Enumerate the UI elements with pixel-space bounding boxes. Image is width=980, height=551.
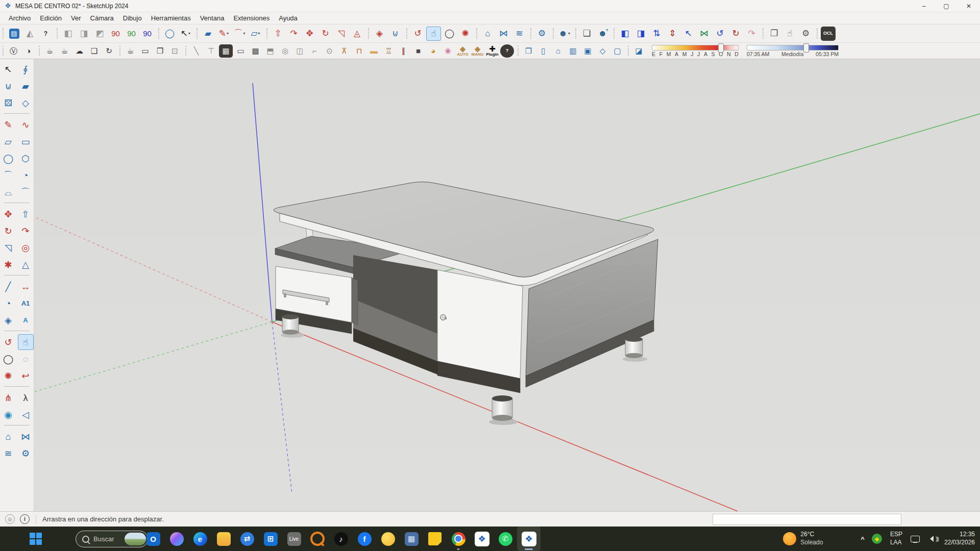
vray-render-icon[interactable]: ☕ [43,44,57,58]
sticky-notes-taskbar-button[interactable] [423,527,447,551]
move-tool-icon[interactable]: ✥ [1,206,16,222]
pan-hand-icon[interactable]: ☝ [782,27,797,41]
paint-bucket-icon[interactable]: ⊍ [1,78,16,94]
rectangle-tool-icon[interactable]: ▱ [1,134,16,149]
slider-thumb[interactable] [718,43,724,53]
circle-tool-icon[interactable]: ◯ [1,151,16,166]
flip-settings-icon[interactable]: ⚙ [534,27,549,41]
dropdown-caret-icon[interactable]: ▾ [227,31,229,36]
manual-mode-icon[interactable]: ◆MANU [471,44,484,58]
shadows-toggle-icon[interactable]: ◪ [632,44,646,58]
angle-blue-indicator[interactable]: 90 [140,27,155,41]
lasso-select-icon[interactable]: ∮ [18,61,34,77]
plugin-raise-lower-icon[interactable]: ⇅ [649,27,664,41]
workbench-component-icon[interactable]: ⊼ [337,44,351,58]
pie-tool-icon[interactable]: ◔ [18,167,34,183]
pan-tool-icon[interactable]: ☝ [426,27,441,41]
network-icon[interactable] [911,536,920,542]
previous-view-icon[interactable]: ↩ [18,368,34,384]
plugin-push-face-icon[interactable]: ◧ [618,27,632,41]
scenes-pages-icon[interactable]: ❐ [767,27,781,41]
clock-widget[interactable]: 12:35 22/03/2026 [944,531,975,546]
top-view-icon[interactable]: ◩ [92,27,107,41]
fruit-bowl-icon[interactable]: ◕ [426,44,440,58]
menu-item-ayuda[interactable]: Ayuda [274,13,302,23]
position-camera-icon[interactable]: ⋔ [1,390,16,406]
dropdown-caret-icon[interactable]: ▾ [243,31,245,36]
microwave-component-icon[interactable]: ▭ [234,44,248,58]
rectangle-tool-icon[interactable]: ▱▾ [248,27,263,41]
orbit-tool-icon[interactable]: ↺ [1,334,16,350]
rotate-tool-icon[interactable]: ↻ [1,223,16,239]
zoom-selection-icon[interactable]: ✺ [458,27,473,41]
rotate-tool-icon[interactable]: ↻ [318,27,333,41]
menu-item-dibujo[interactable]: Dibujo [118,13,146,23]
zoom-viewport-icon[interactable]: ◯ [442,27,457,41]
menu-item-camara[interactable]: Cámara [86,13,118,23]
chrome-taskbar-button[interactable] [447,527,470,551]
zoom-tool-icon[interactable]: ◯ [162,27,177,41]
position-texture-icon[interactable]: ◈ [372,27,387,41]
tape-measure-icon[interactable]: ╱ [1,279,16,294]
axes-tool-icon[interactable]: ✱ [1,257,16,272]
arc-tool-icon[interactable]: ⌒▾ [232,27,247,41]
vray-cloud-render-icon[interactable]: ☁ [72,44,86,58]
vray-logo-icon[interactable]: Ⓥ [7,44,20,58]
auto-mode-icon[interactable]: ◆AUTO [456,44,470,58]
eraser-tool-icon[interactable]: ▰ [201,27,215,41]
language-indicator[interactable]: ESP LAA [890,531,902,546]
outlet-component-icon[interactable]: ⊙ [323,44,336,58]
scale-tool-icon[interactable]: ◹ [334,27,349,41]
vray-asset-editor-icon[interactable]: ◑ [21,44,35,58]
module-shape-icon[interactable]: ◇ [596,44,609,58]
bottles-component-icon[interactable]: ∥ [397,44,410,58]
outliner-person-icon[interactable]: ☻▾ [557,27,572,41]
explorer-taskbar-button[interactable] [212,527,235,551]
pushpull-tool-icon[interactable]: ⇧ [271,27,285,41]
antivirus-icon[interactable]: ◆ [872,534,882,544]
protractor-icon[interactable]: ◔ [1,295,16,311]
zoom-extents-icon[interactable]: ✺ [1,368,16,384]
add-person-icon[interactable]: ☻+ [595,27,610,41]
shadow-date-slider-track[interactable] [652,45,739,51]
field-of-view-icon[interactable]: ◁ [18,407,34,422]
offset-tool-icon[interactable]: ◎ [18,240,34,256]
model-canvas[interactable] [34,59,980,511]
menu-item-herramientas[interactable]: Herramientas [146,13,195,23]
plugin-rotate-ccw-icon[interactable]: ↺ [713,27,727,41]
whatsapp-taskbar-button[interactable]: ✆ [494,527,517,551]
sketchup-app-taskbar-button[interactable]: ❖ [470,527,494,551]
table-leg-right[interactable] [625,337,643,358]
angle-red-indicator[interactable]: 90 [108,27,123,41]
viewport-canvas[interactable] [34,59,980,511]
speaker-icon[interactable] [927,536,934,542]
tiles-component-icon[interactable]: ◫ [293,44,307,58]
shadow-date-slider[interactable]: EFMAMJJASOND [652,45,739,57]
plugin-bend-icon[interactable]: ↷ [744,27,759,41]
vray-interactive-render-icon[interactable]: ☕ [58,44,71,58]
three-point-arc-icon[interactable]: ⌒ [18,184,34,200]
sketchup-active-taskbar-button[interactable]: ❖ [517,527,541,551]
hood-component-icon[interactable]: ⬒ [263,44,277,58]
store-taskbar-button[interactable]: ⊞ [259,527,282,551]
pan-tool-icon[interactable]: ☝ [18,334,34,350]
vray-frame-buffer-icon[interactable]: ❏ [87,44,101,58]
plugin-drop-lift-icon[interactable]: ⇕ [665,27,680,41]
plugin-mirror-icon[interactable]: ⋈ [697,27,712,41]
pushpull-tool-icon[interactable]: ⇧ [18,206,34,222]
media-convert-taskbar-button[interactable]: ⇄ [235,527,259,551]
iso-view-icon[interactable]: ◭ [22,27,37,41]
module-wardrobe-icon[interactable]: ▥ [566,44,580,58]
module-panel-icon[interactable]: ▢ [610,44,624,58]
flip-along-icon[interactable]: ⋈ [496,27,511,41]
vray-vfb-window-icon[interactable]: ▭ [138,44,152,58]
help-icon[interactable]: ? [38,27,53,41]
preferences-gear-icon[interactable]: ⚙ [798,27,813,41]
module-box-icon[interactable]: ❒ [522,44,535,58]
faucet-component-icon[interactable]: ⌐ [308,44,322,58]
solid-tools-icon[interactable]: △ [18,257,34,272]
two-point-arc-icon[interactable]: ⌓ [1,184,16,200]
taskbar-search[interactable]: Buscar [76,531,148,547]
text-tool-icon[interactable]: A1 [18,295,34,311]
section-plane-icon[interactable]: ◈ [1,312,16,328]
